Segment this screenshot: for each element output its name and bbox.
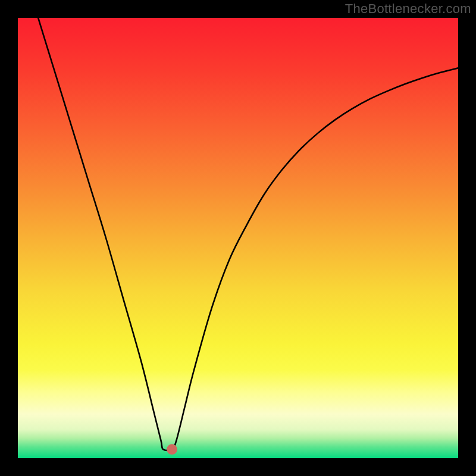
chart-frame: TheBottlenecker.com — [0, 0, 476, 476]
optimum-marker — [167, 444, 177, 455]
gradient-background — [18, 18, 458, 458]
chart-svg — [18, 18, 458, 458]
watermark-text: TheBottlenecker.com — [345, 1, 471, 17]
plot-area — [18, 18, 458, 458]
